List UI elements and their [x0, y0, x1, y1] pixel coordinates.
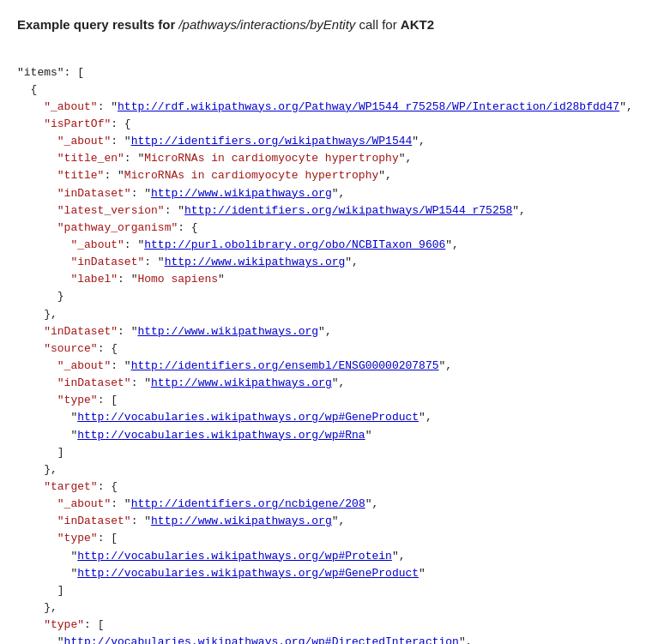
header-suffix: call for: [355, 17, 401, 32]
header-path: /pathways/interactions/byEntity: [178, 17, 355, 32]
json-content: "items": [ { "_about": "http://rdf.wikip…: [17, 47, 647, 645]
source-type2-link[interactable]: http://vocabularies.wikipathways.org/wp#…: [77, 429, 365, 442]
ispartof-about-link[interactable]: http://identifiers.org/wikipathways/WP15…: [131, 135, 413, 147]
target-about-link[interactable]: http://identifiers.org/ncbigene/208: [131, 497, 365, 510]
target-indataset-link[interactable]: http://www.wikipathways.org: [151, 515, 332, 527]
header-prefix: Example query results for: [17, 17, 178, 32]
indataset-second-link[interactable]: http://www.wikipathways.org: [137, 325, 318, 338]
pathway-organism-indataset-link[interactable]: http://www.wikipathways.org: [165, 256, 346, 268]
latest-version-link[interactable]: http://identifiers.org/wikipathways/WP15…: [184, 204, 512, 217]
source-about-link[interactable]: http://identifiers.org/ensembl/ENSG00000…: [131, 359, 439, 372]
target-type1-link[interactable]: http://vocabularies.wikipathways.org/wp#…: [77, 550, 392, 563]
source-type1-link[interactable]: http://vocabularies.wikipathways.org/wp#…: [77, 411, 419, 424]
title-en-value: MicroRNAs in cardiomyocyte hypertrophy: [144, 152, 398, 165]
page-header: Example query results for /pathways/inte…: [17, 15, 647, 35]
about-interaction-link[interactable]: http://rdf.wikipathways.org/Pathway/WP15…: [118, 100, 619, 113]
title-value: MicroRNAs in cardiomyocyte hypertrophy: [124, 169, 378, 182]
target-type2-link[interactable]: http://vocabularies.wikipathways.org/wp#…: [77, 567, 419, 580]
header-entity: AKT2: [401, 17, 434, 32]
source-indataset-link[interactable]: http://www.wikipathways.org: [151, 376, 332, 389]
pathway-organism-about-link[interactable]: http://purl.obolibrary.org/obo/NCBITaxon…: [144, 238, 445, 251]
indataset-main-link[interactable]: http://www.wikipathways.org: [151, 187, 332, 200]
type1-link[interactable]: http://vocabularies.wikipathways.org/wp#…: [64, 635, 459, 644]
pathway-organism-label: Homo sapiens: [137, 273, 218, 286]
